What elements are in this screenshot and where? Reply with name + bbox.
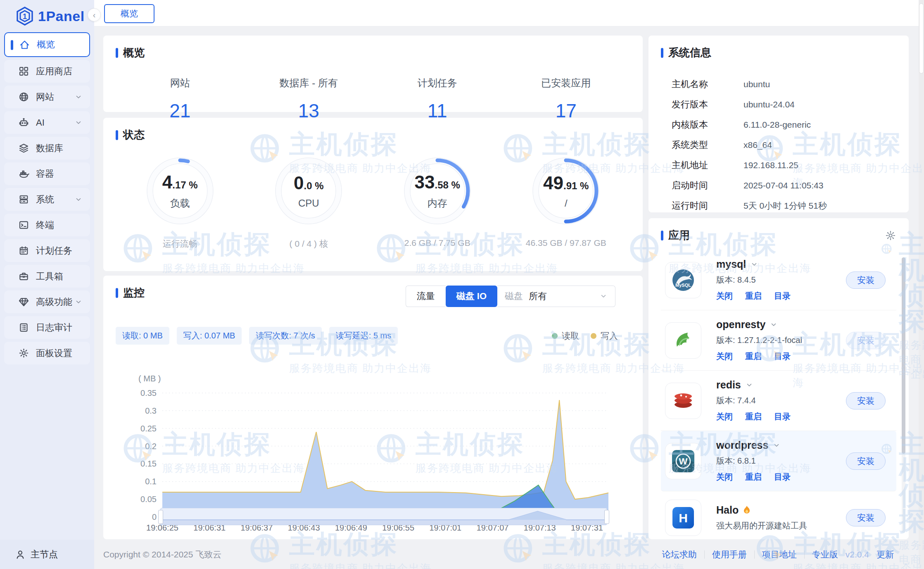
- sidebar-item-终端[interactable]: 终端: [4, 214, 90, 236]
- user-icon: [15, 549, 26, 560]
- stat-label: 网站: [116, 76, 245, 90]
- app-subtitle: 强大易用的开源建站工具: [716, 520, 846, 531]
- status-card-title: 状态: [116, 128, 630, 142]
- title-accent-bar: [661, 231, 663, 240]
- sidebar-collapse-button[interactable]: ‹: [88, 8, 101, 21]
- gauge-percent: 49.91 %: [543, 173, 589, 193]
- disk-io-summary: 读取: 0 MB写入: 0.07 MB读写次数: 7 次/s读写延迟: 5 ms…: [116, 327, 630, 345]
- sidebar-item-计划任务[interactable]: 计划任务: [4, 239, 90, 262]
- sidebar-item-工具箱[interactable]: 工具箱: [4, 265, 90, 288]
- apps-scrollbar-thumb[interactable]: [902, 257, 905, 454]
- legend-item-读取[interactable]: 读取: [552, 330, 579, 342]
- app-subtitle: 版本: 6.8.1: [716, 455, 846, 467]
- chevron-down-icon[interactable]: [772, 441, 781, 450]
- window-scrollbar[interactable]: [919, 0, 924, 569]
- app-action-关闭[interactable]: 关闭: [716, 351, 733, 362]
- system-info-title-text: 系统信息: [668, 45, 711, 60]
- apps-card: 应用 MySQLmysql版本: 8.4.5关闭重启目录安装openresty版…: [648, 218, 909, 539]
- gauge-label: 负载: [170, 197, 190, 210]
- install-button[interactable]: 安装: [846, 392, 886, 409]
- disk-select-value: 所有: [529, 290, 599, 302]
- legend-label: 写入: [601, 330, 618, 342]
- footer-separator: [804, 550, 805, 559]
- sidebar-item-面板设置[interactable]: 面板设置: [4, 342, 90, 364]
- app-actions: 关闭重启目录: [716, 411, 846, 422]
- footer-link-使用手册[interactable]: 使用手册: [712, 549, 747, 560]
- footer-link-专业版[interactable]: 专业版: [812, 549, 838, 560]
- sidebar-item-日志审计[interactable]: 日志审计: [4, 316, 90, 339]
- legend-item-写入[interactable]: 写入: [591, 330, 618, 342]
- sidebar-item-系统[interactable]: 系统: [4, 188, 90, 211]
- disk-select[interactable]: 磁盘 所有: [497, 286, 615, 307]
- sidebar-item-label: 概览: [37, 38, 55, 51]
- sidebar-item-概览[interactable]: 概览: [4, 32, 90, 57]
- app-name[interactable]: Halo: [716, 504, 739, 516]
- chevron-down-icon[interactable]: [745, 381, 753, 389]
- sidebar-item-数据库[interactable]: 数据库: [4, 137, 90, 160]
- sidebar-item-label: 工具箱: [36, 270, 63, 283]
- tab-overview[interactable]: 概览: [104, 4, 154, 23]
- app-name[interactable]: mysql: [716, 258, 746, 270]
- tab-disk-io[interactable]: 磁盘 IO: [446, 286, 497, 307]
- datazoom-right-handle[interactable]: [604, 510, 609, 524]
- chevron-down-icon: [74, 119, 83, 127]
- app-name[interactable]: wordpress: [716, 439, 768, 451]
- calendar-icon: [18, 245, 29, 256]
- sidebar-item-容器[interactable]: 容器: [4, 162, 90, 185]
- sidebar-item-AI[interactable]: AI: [4, 111, 90, 134]
- 1panel-logo-icon: 1: [16, 7, 34, 26]
- update-link[interactable]: 更新: [876, 549, 894, 560]
- footer-separator: [754, 550, 755, 559]
- apps-settings-gear-icon[interactable]: [885, 230, 896, 241]
- chevron-down-icon[interactable]: [770, 321, 778, 329]
- install-button[interactable]: 安装: [846, 271, 886, 289]
- system-info-row: 启动时间2025-07-04 11:05:43: [661, 175, 896, 195]
- chart-datazoom-slider[interactable]: [160, 508, 607, 525]
- sidebar-item-高级功能[interactable]: 高级功能: [4, 290, 90, 313]
- app-action-关闭[interactable]: 关闭: [716, 290, 733, 302]
- tab-traffic[interactable]: 流量: [406, 286, 446, 307]
- app-action-目录[interactable]: 目录: [774, 290, 791, 302]
- y-tick-label: 0: [152, 512, 157, 521]
- install-button[interactable]: 安装: [846, 509, 886, 526]
- app-action-目录[interactable]: 目录: [774, 411, 791, 422]
- install-button[interactable]: 安装: [846, 452, 886, 470]
- datazoom-left-handle[interactable]: [158, 510, 163, 524]
- app-action-关闭[interactable]: 关闭: [716, 411, 733, 422]
- app-name[interactable]: redis: [716, 379, 741, 391]
- app-action-重启[interactable]: 重启: [745, 471, 762, 483]
- gauge-percent-frac: .17 %: [172, 179, 197, 190]
- database-icon: [18, 143, 29, 154]
- apps-card-title: 应用: [661, 228, 690, 243]
- sidebar-item-网站[interactable]: 网站: [4, 86, 90, 108]
- apps-scrollbar[interactable]: [902, 257, 905, 533]
- sidebar-footer-node[interactable]: 主节点: [0, 540, 94, 569]
- sidebar-item-label: AI: [36, 117, 45, 128]
- stat-label: 已安装应用: [502, 76, 631, 90]
- app-info: wordpress版本: 6.8.1关闭重启目录: [716, 439, 846, 483]
- app-action-重启[interactable]: 重启: [745, 290, 762, 302]
- footer-link-项目地址[interactable]: 项目地址: [762, 549, 797, 560]
- gauge-ring: 4.17 %负载: [144, 155, 216, 227]
- logo[interactable]: 1 1Panel: [0, 0, 94, 30]
- sidebar-item-应用商店[interactable]: 应用商店: [4, 60, 90, 83]
- status-title-text: 状态: [123, 128, 145, 142]
- install-button[interactable]: 安装: [846, 332, 886, 349]
- app-actions: 关闭重启目录: [716, 351, 846, 362]
- chevron-down-icon[interactable]: [750, 260, 758, 269]
- window-scrollbar-thumb[interactable]: [919, 3, 924, 74]
- disk-io-tag: 写入: 0.07 MB: [177, 327, 242, 345]
- app-action-关闭[interactable]: 关闭: [716, 471, 733, 483]
- app-action-重启[interactable]: 重启: [745, 351, 762, 362]
- gauge-value: 33.58 %内存: [401, 155, 474, 227]
- flame-icon: [743, 505, 751, 515]
- overview-stats: 网站21数据库 - 所有13计划任务11已安装应用17: [116, 76, 630, 122]
- server-icon: [18, 194, 29, 205]
- copyright-text: Copyright © 2014-2025 飞致云: [103, 549, 221, 560]
- app-action-重启[interactable]: 重启: [745, 411, 762, 422]
- app-name[interactable]: openresty: [716, 319, 765, 331]
- app-action-目录[interactable]: 目录: [774, 351, 791, 362]
- app-action-目录[interactable]: 目录: [774, 471, 791, 483]
- footer-link-论坛求助[interactable]: 论坛求助: [662, 549, 697, 560]
- system-info-label: 主机地址: [672, 159, 734, 171]
